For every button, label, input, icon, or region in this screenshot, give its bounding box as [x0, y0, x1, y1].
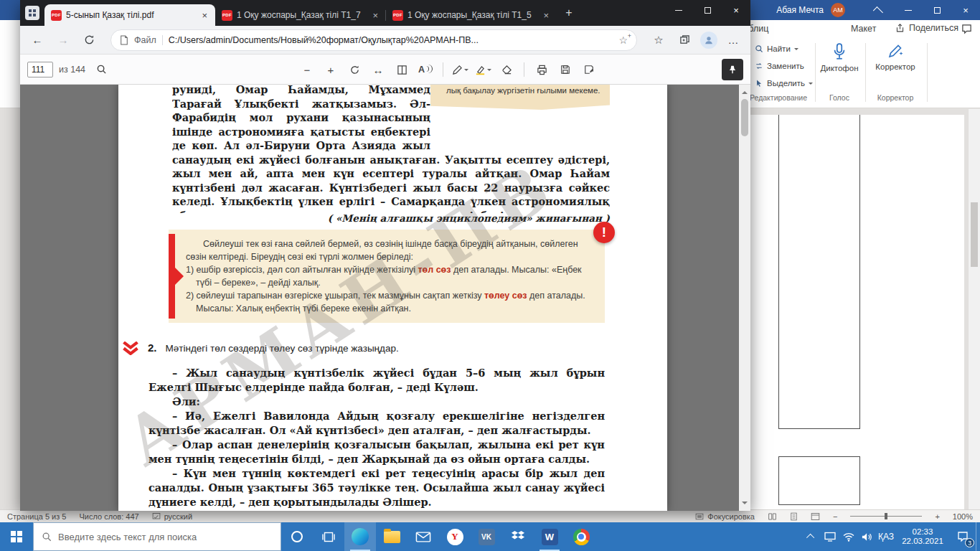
add-favorite-icon[interactable]: ☆+ — [618, 34, 628, 46]
display-tray-icon[interactable] — [821, 522, 839, 551]
word-minimize-button[interactable] — [894, 0, 923, 20]
exercise-number: 2. — [148, 342, 157, 354]
ribbon-display-options-button[interactable] — [865, 0, 894, 20]
profile-button[interactable] — [700, 32, 717, 49]
language-status[interactable]: русский — [152, 512, 192, 521]
start-button[interactable] — [0, 522, 33, 551]
dialogue-line: – Иә, Ежелгі Вавилонда Айдың қозғалу ере… — [149, 409, 605, 438]
print-layout-view-icon[interactable] — [790, 512, 798, 521]
pdf-viewport[interactable]: лық бақылау жүргізетін ғылыми мекеме. ру… — [20, 85, 750, 511]
tab-active-pdf[interactable]: PDF 5-сынып Қазақ тілі.pdf × — [44, 4, 215, 26]
tab-close-button[interactable]: × — [542, 10, 550, 21]
word-restore-button[interactable] — [923, 0, 951, 20]
zoom-slider[interactable] — [850, 516, 922, 517]
erase-button[interactable] — [498, 60, 515, 79]
taskbar-app-chrome[interactable] — [565, 522, 597, 551]
address-bar[interactable]: Файл C:/Users/admin/Documents/Новый%20фо… — [110, 29, 637, 51]
pin-toolbar-button[interactable] — [722, 59, 743, 80]
tab-inactive-2[interactable]: PDF 1 Оқу жоспары_Қазақ тілі Т1_5 × — [386, 4, 557, 26]
eraser-icon — [501, 65, 512, 75]
focus-mode-button[interactable]: Фокусировка — [695, 512, 755, 521]
word-close-button[interactable]: × — [951, 0, 980, 20]
volume-tray-icon[interactable] — [858, 522, 877, 551]
show-desktop-button[interactable] — [976, 522, 980, 551]
tab-close-button[interactable]: × — [200, 10, 209, 21]
taskbar-app-explorer[interactable] — [376, 522, 407, 551]
dictate-button[interactable]: Диктофон — [816, 42, 862, 72]
dialogue-line: – Күн мен түннің көктемдегі екі рет теңе… — [149, 466, 605, 509]
edge-close-button[interactable]: × — [722, 0, 750, 20]
taskbar-app-mail[interactable] — [407, 522, 439, 551]
zoom-out-button[interactable]: − — [298, 60, 316, 79]
tab-inactive-1[interactable]: PDF 1 Оқу жоспары_Қазақ тілі Т1_7 × — [215, 4, 386, 26]
tab-layout[interactable]: Макет — [851, 24, 876, 34]
read-mode-view-icon[interactable] — [768, 512, 777, 521]
comments-button[interactable] — [961, 24, 972, 34]
share-button[interactable]: Поделиться — [895, 23, 958, 33]
account-name[interactable]: Абая Мечта — [776, 5, 824, 15]
restore-icon — [934, 7, 941, 14]
read-aloud-button[interactable]: A — [417, 60, 434, 79]
cortana-button[interactable] — [281, 522, 313, 551]
back-button[interactable]: ← — [27, 30, 47, 50]
tray-date: 22.03.2021 — [902, 537, 943, 546]
new-tab-button[interactable]: + — [560, 4, 578, 22]
address-url[interactable]: C:/Users/admin/Documents/Новый%20формат/… — [169, 35, 613, 45]
pdf-scrollbar[interactable] — [739, 85, 750, 511]
language-indicator[interactable]: ҚАЗ — [877, 522, 895, 551]
forward-button[interactable]: → — [53, 30, 73, 50]
taskbar-app-edge[interactable] — [344, 522, 376, 551]
exercise-instruction: Мәтіндегі төл сөздерді төлеу сөз түрінде… — [166, 342, 399, 354]
red-double-chevron-icon — [122, 342, 139, 355]
find-button[interactable]: Найти — [755, 44, 798, 53]
edge-maximize-button[interactable] — [693, 0, 722, 20]
task-view-button[interactable] — [313, 522, 344, 551]
taskbar-app-dropbox[interactable] — [502, 522, 534, 551]
pdf-search-button[interactable] — [93, 60, 110, 79]
web-layout-view-icon[interactable] — [811, 512, 820, 521]
print-button[interactable] — [533, 60, 550, 79]
save-button[interactable] — [557, 60, 574, 79]
page-count[interactable]: Страница 5 из 5 — [7, 512, 66, 521]
save-as-icon — [584, 65, 594, 75]
network-tray-icon[interactable] — [839, 522, 858, 551]
word-scrollbar[interactable] — [968, 109, 980, 509]
hidden-icons-button[interactable] — [802, 522, 821, 551]
tab-actions-button[interactable] — [25, 6, 39, 20]
save-as-button[interactable] — [580, 60, 598, 79]
yandex-icon: Y — [447, 529, 463, 545]
pdf-scrollbar-thumb[interactable] — [741, 99, 748, 136]
word-count[interactable]: Число слов: 447 — [79, 512, 138, 521]
replace-button[interactable]: Заменить — [755, 62, 804, 70]
refresh-button[interactable] — [79, 30, 99, 50]
page-view-button[interactable] — [393, 60, 410, 79]
scroll-up-arrow-icon[interactable] — [742, 88, 748, 94]
taskbar-app-yandex[interactable]: Y — [439, 522, 471, 551]
taskbar-app-word[interactable]: W — [534, 522, 565, 551]
select-button[interactable]: Выделить — [755, 79, 813, 88]
zoom-level[interactable]: 100% — [953, 512, 973, 521]
edge-minimize-button[interactable] — [664, 0, 693, 20]
rotate-button[interactable] — [346, 60, 363, 79]
avatar[interactable]: АМ — [831, 3, 845, 17]
clock[interactable]: 02:33 22.03.2021 — [895, 522, 950, 551]
taskbar-search-box[interactable]: Введите здесь текст для поиска — [33, 522, 281, 551]
tab-close-button[interactable]: × — [371, 10, 380, 21]
settings-more-button[interactable]: … — [723, 30, 743, 50]
favorites-button[interactable]: ☆ — [649, 30, 669, 50]
page-number-input[interactable] — [27, 62, 53, 77]
edge-window-controls: × — [664, 0, 750, 26]
zoom-out-button[interactable]: − — [833, 512, 837, 521]
collections-button[interactable] — [674, 30, 694, 50]
fit-width-button[interactable]: ↔ — [369, 60, 387, 79]
zoom-slider-thumb[interactable] — [885, 513, 887, 519]
scroll-down-arrow-icon[interactable] — [742, 501, 748, 507]
taskbar-app-vk[interactable]: VK — [471, 522, 502, 551]
zoom-in-button[interactable]: + — [322, 60, 339, 79]
draw-button[interactable] — [452, 65, 468, 75]
highlight-button[interactable] — [475, 65, 491, 75]
zoom-in-button[interactable]: + — [935, 512, 939, 521]
editor-button[interactable]: Корректор — [868, 42, 923, 71]
action-center-button[interactable]: 3 — [950, 522, 976, 551]
word-scrollbar-thumb[interactable] — [971, 202, 978, 267]
